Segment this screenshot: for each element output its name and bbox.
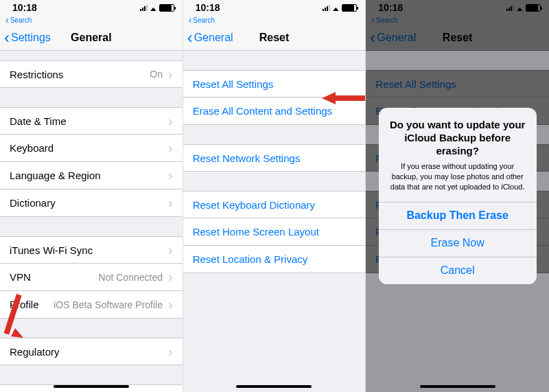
nav-title: Reset (443, 32, 473, 44)
chevron-right-icon: › (168, 344, 173, 360)
wifi-icon (333, 2, 339, 13)
row-label: Reset Home Screen Layout (193, 226, 356, 238)
row-date-time[interactable]: Date & Time › (0, 107, 183, 135)
signal-icon (323, 4, 330, 11)
row-label: Regulatory (10, 346, 168, 358)
nav-back-label: General (194, 32, 233, 44)
status-bar: 10:18 (366, 0, 549, 15)
back-search-label: Search (376, 16, 398, 24)
cancel-button[interactable]: Cancel (379, 257, 537, 284)
row-label: Reset All Settings (193, 78, 356, 90)
chevron-left-icon: ‹ (187, 31, 193, 45)
row-itunes-wifi-sync[interactable]: iTunes Wi-Fi Sync › (0, 236, 183, 264)
row-reset-network[interactable]: Reset Network Settings (183, 144, 366, 172)
wifi-icon (517, 2, 523, 13)
nav-bar: ‹ General Reset (366, 25, 549, 51)
chevron-left-icon: ‹ (5, 16, 9, 23)
chevron-right-icon: › (168, 67, 173, 82)
signal-icon (506, 4, 514, 11)
settings-list: Restrictions On › Date & Time › Keyboard… (0, 51, 183, 392)
row-label: VPN (10, 271, 99, 283)
nav-title: General (71, 32, 112, 44)
chevron-left-icon: ‹ (4, 31, 10, 45)
dialog-title: Do you want to update your iCloud Backup… (388, 119, 527, 157)
wifi-icon (150, 2, 156, 13)
backup-then-erase-button[interactable]: Backup Then Erase (379, 202, 537, 229)
row-dictionary[interactable]: Dictionary › (0, 189, 183, 217)
back-search-label: Search (10, 16, 32, 24)
row-detail: On (150, 69, 163, 80)
row-reset-keyboard-dict[interactable]: Reset Keyboard Dictionary (183, 191, 366, 218)
row-label: Reset Keyboard Dictionary (193, 199, 356, 211)
row-label: Reset Location & Privacy (193, 253, 356, 265)
dialog-message: If you erase without updating your backu… (388, 161, 527, 192)
row-label: iTunes Wi-Fi Sync (10, 244, 168, 256)
back-to-search: ‹ Search (366, 15, 549, 25)
row-reset-home-screen[interactable]: Reset Home Screen Layout (183, 218, 366, 246)
row-vpn[interactable]: VPN Not Connected › (0, 264, 183, 291)
status-icons (323, 2, 357, 13)
nav-bar: ‹ Settings General (0, 25, 183, 51)
reset-list: Reset All Settings Erase All Content and… (183, 51, 366, 273)
row-regulatory[interactable]: Regulatory › (0, 338, 183, 365)
chevron-right-icon: › (168, 297, 173, 312)
row-restrictions[interactable]: Restrictions On › (0, 60, 183, 88)
nav-back-button[interactable]: ‹ Settings (4, 31, 51, 45)
row-label: Restrictions (10, 69, 150, 80)
chevron-right-icon: › (168, 168, 173, 183)
chevron-right-icon: › (168, 195, 173, 211)
back-to-search[interactable]: ‹ Search (0, 15, 183, 25)
home-indicator[interactable] (236, 385, 312, 388)
chevron-left-icon: ‹ (189, 16, 192, 23)
nav-bar: ‹ General Reset (183, 25, 366, 51)
nav-back-button: ‹ General (370, 31, 416, 45)
chevron-right-icon: › (168, 242, 173, 258)
chevron-left-icon: ‹ (371, 16, 375, 23)
row-label: Reset Network Settings (193, 152, 356, 164)
row-label: Date & Time (10, 115, 168, 127)
back-to-search[interactable]: ‹ Search (183, 15, 366, 25)
row-label: Erase All Content and Settings (193, 105, 356, 117)
status-bar: 10:18 (183, 0, 366, 15)
erase-now-button[interactable]: Erase Now (379, 229, 537, 257)
battery-icon (526, 4, 541, 12)
row-detail: iOS Beta Software Profile (54, 299, 163, 310)
status-bar: 10:18 (0, 0, 183, 15)
nav-back-label: General (377, 32, 416, 44)
row-erase-all-content[interactable]: Erase All Content and Settings (183, 97, 366, 125)
chevron-right-icon: › (168, 113, 173, 129)
status-icons (140, 2, 174, 13)
battery-icon (342, 4, 357, 12)
status-time: 10:18 (196, 2, 220, 13)
home-indicator[interactable] (420, 385, 495, 388)
back-search-label: Search (193, 16, 215, 24)
screen-reset: 10:18 ‹ Search ‹ General Reset Reset All… (183, 0, 366, 392)
nav-title: Reset (259, 32, 290, 44)
status-icons (506, 2, 541, 13)
status-time: 10:18 (378, 2, 403, 13)
row-reset-all-settings[interactable]: Reset All Settings (183, 70, 366, 97)
nav-back-label: Settings (11, 32, 51, 44)
row-label: Language & Region (10, 170, 168, 181)
screen-general: 10:18 ‹ Search ‹ Settings General Restri… (0, 0, 183, 392)
row-profile[interactable]: Profile iOS Beta Software Profile › (0, 291, 183, 319)
chevron-right-icon: › (168, 269, 173, 285)
row-keyboard[interactable]: Keyboard › (0, 135, 183, 162)
nav-back-button[interactable]: ‹ General (187, 31, 233, 45)
icloud-backup-dialog: Do you want to update your iCloud Backup… (379, 108, 537, 284)
chevron-left-icon: ‹ (370, 31, 375, 45)
row-label: Dictionary (10, 197, 168, 209)
row-detail: Not Connected (99, 272, 163, 283)
battery-icon (159, 4, 174, 12)
screen-reset-dialog: 10:18 ‹ Search ‹ General Reset (366, 0, 549, 392)
signal-icon (140, 4, 148, 11)
row-label: Keyboard (10, 142, 168, 154)
row-language-region[interactable]: Language & Region › (0, 162, 183, 189)
chevron-right-icon: › (168, 140, 173, 156)
home-indicator[interactable] (54, 385, 129, 388)
row-label: Profile (10, 299, 54, 310)
row-reset-all-settings: Reset All Settings (366, 70, 549, 97)
status-time: 10:18 (12, 2, 37, 13)
row-reset-location-privacy[interactable]: Reset Location & Privacy (183, 246, 366, 273)
